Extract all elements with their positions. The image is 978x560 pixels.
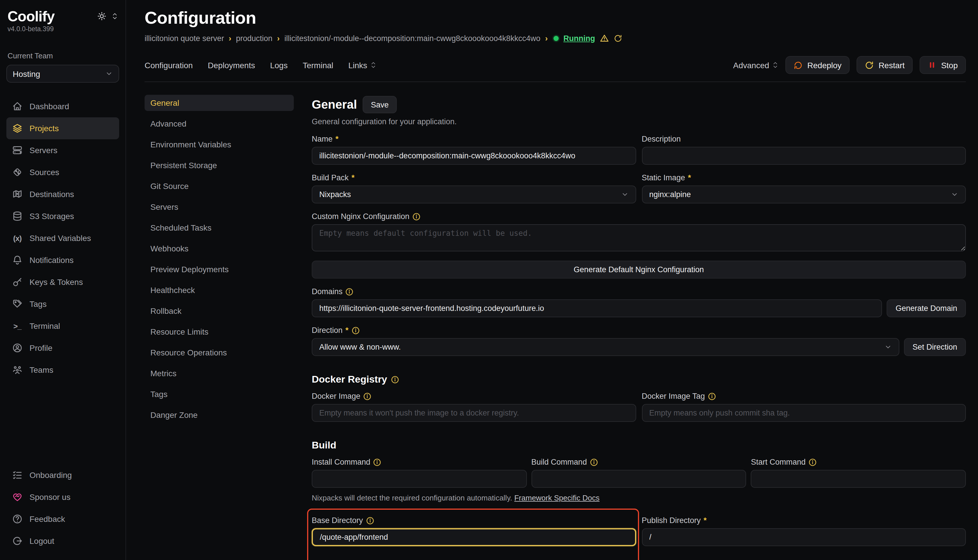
name-input[interactable]	[312, 147, 636, 165]
sidebar-item-label: Servers	[30, 146, 57, 155]
sidebar-item-sponsor[interactable]: Sponsor us	[7, 486, 119, 508]
publish-directory-input[interactable]	[642, 528, 966, 546]
docker-image-label: Docker Image	[312, 392, 360, 400]
restart-button[interactable]: Restart	[856, 56, 913, 74]
refresh-icon[interactable]	[614, 34, 622, 42]
expand-collapse-icon[interactable]	[112, 12, 118, 20]
chevron-down-icon	[951, 191, 958, 198]
config-nav-persistent-storage[interactable]: Persistent Storage	[145, 157, 294, 173]
sidebar-item-onboarding[interactable]: Onboarding	[7, 464, 119, 486]
domains-input[interactable]	[312, 299, 882, 317]
config-nav-git-source[interactable]: Git Source	[145, 178, 294, 194]
config-nav-metrics[interactable]: Metrics	[145, 365, 294, 382]
generate-domain-button[interactable]: Generate Domain	[887, 299, 966, 317]
page-title: Configuration	[145, 8, 966, 28]
sidebar-item-shared-variables[interactable]: (x) Shared Variables	[7, 227, 119, 249]
sidebar-item-servers[interactable]: Servers	[7, 139, 119, 161]
theme-toggle-sun-icon[interactable]	[97, 12, 106, 21]
sidebar-footer: Onboarding Sponsor us Feedback Logout	[7, 464, 119, 552]
generate-nginx-button[interactable]: Generate Default Nginx Configuration	[312, 261, 966, 278]
advanced-dropdown[interactable]: Advanced	[733, 60, 779, 70]
breadcrumb-application-link[interactable]: illicitestonion/-module--decomposition:m…	[284, 34, 540, 42]
sidebar-item-destinations[interactable]: Destinations	[7, 183, 119, 205]
build-pack-select[interactable]: Nixpacks	[312, 185, 636, 203]
tab-configuration[interactable]: Configuration	[145, 60, 193, 70]
config-nav-advanced[interactable]: Advanced	[145, 116, 294, 132]
sidebar-item-dashboard[interactable]: Dashboard	[7, 95, 119, 117]
config-nav-environment-variables[interactable]: Environment Variables	[145, 137, 294, 153]
sidebar-item-tags[interactable]: Tags	[7, 293, 119, 315]
install-command-input[interactable]	[312, 470, 527, 488]
sidebar-item-teams[interactable]: Teams	[7, 359, 119, 381]
breadcrumb-project-link[interactable]: illicitonion quote server	[145, 34, 224, 42]
custom-nginx-textarea[interactable]	[312, 224, 966, 252]
description-input[interactable]	[642, 147, 966, 165]
config-nav-resource-limits[interactable]: Resource Limits	[145, 323, 294, 340]
sidebar-item-keys-tokens[interactable]: Keys & Tokens	[7, 271, 119, 293]
warning-icon[interactable]	[600, 33, 609, 43]
chevron-down-icon	[884, 343, 891, 351]
sidebar-item-projects[interactable]: Projects	[7, 117, 119, 139]
direction-select[interactable]: Allow www & non-www.	[312, 338, 899, 356]
sidebar-item-label: Sponsor us	[30, 492, 70, 502]
framework-docs-link[interactable]: Framework Specific Docs	[514, 493, 600, 502]
set-direction-button[interactable]: Set Direction	[904, 338, 966, 356]
info-icon[interactable]	[809, 458, 817, 466]
sidebar-item-s3-storages[interactable]: S3 Storages	[7, 205, 119, 227]
save-button[interactable]: Save	[363, 96, 397, 113]
info-icon[interactable]	[373, 458, 381, 466]
sidebar-item-feedback[interactable]: Feedback	[7, 508, 119, 530]
sidebar-item-label: Shared Variables	[30, 233, 91, 243]
info-icon[interactable]	[708, 392, 716, 400]
redeploy-button[interactable]: Redeploy	[786, 56, 849, 74]
config-nav-preview-deployments[interactable]: Preview Deployments	[145, 261, 294, 277]
app-version: v4.0.0-beta.399	[7, 25, 119, 32]
config-nav-danger-zone[interactable]: Danger Zone	[145, 407, 294, 423]
info-icon[interactable]	[351, 326, 359, 334]
docker-image-field: Docker Image	[312, 392, 636, 422]
app-logo[interactable]: Coolify	[8, 8, 54, 25]
static-image-select[interactable]: nginx:alpine	[642, 185, 966, 203]
info-icon[interactable]	[590, 458, 598, 466]
config-nav-general[interactable]: General	[145, 95, 294, 111]
breadcrumb-environment-link[interactable]: production	[236, 34, 273, 42]
team-select[interactable]: Hosting	[7, 65, 119, 83]
build-command-input[interactable]	[531, 470, 746, 488]
info-icon[interactable]	[366, 517, 374, 525]
config-nav-resource-operations[interactable]: Resource Operations	[145, 345, 294, 361]
config-nav-healthcheck[interactable]: Healthcheck	[145, 282, 294, 298]
section-subtitle: General configuration for your applicati…	[312, 117, 966, 126]
home-icon	[12, 101, 23, 112]
info-icon[interactable]	[412, 212, 420, 220]
required-mark: *	[336, 135, 339, 143]
info-icon[interactable]	[346, 288, 354, 296]
config-nav-tags[interactable]: Tags	[145, 386, 294, 402]
sidebar-item-sources[interactable]: Sources	[7, 161, 119, 183]
docker-image-tag-input[interactable]	[642, 404, 966, 422]
config-nav-webhooks[interactable]: Webhooks	[145, 240, 294, 257]
stop-button[interactable]: Stop	[919, 56, 966, 74]
sidebar-item-notifications[interactable]: Notifications	[7, 249, 119, 271]
tab-logs[interactable]: Logs	[270, 60, 288, 70]
sidebar-item-logout[interactable]: Logout	[7, 530, 119, 552]
breadcrumb-separator: ›	[277, 33, 280, 43]
sidebar-item-terminal[interactable]: >_ Terminal	[7, 315, 119, 337]
tab-deployments[interactable]: Deployments	[208, 60, 255, 70]
start-command-input[interactable]	[751, 470, 966, 488]
sidebar-item-profile[interactable]: Profile	[7, 337, 119, 359]
map-icon	[12, 189, 23, 199]
tab-links[interactable]: Links	[348, 60, 376, 70]
info-icon[interactable]	[363, 392, 371, 400]
info-icon[interactable]	[391, 376, 400, 384]
custom-nginx-field: Custom Nginx Configuration	[312, 212, 966, 254]
docker-image-input[interactable]	[312, 404, 636, 422]
sidebar-item-label: Tags	[30, 299, 47, 308]
config-nav-rollback[interactable]: Rollback	[145, 303, 294, 319]
chevron-up-down-icon	[370, 61, 376, 69]
status-running-link[interactable]: Running	[563, 34, 595, 42]
config-nav-servers[interactable]: Servers	[145, 199, 294, 215]
tab-terminal[interactable]: Terminal	[303, 60, 333, 70]
config-nav-scheduled-tasks[interactable]: Scheduled Tasks	[145, 220, 294, 236]
base-directory-input[interactable]	[312, 528, 636, 546]
chevron-down-icon	[105, 70, 113, 77]
